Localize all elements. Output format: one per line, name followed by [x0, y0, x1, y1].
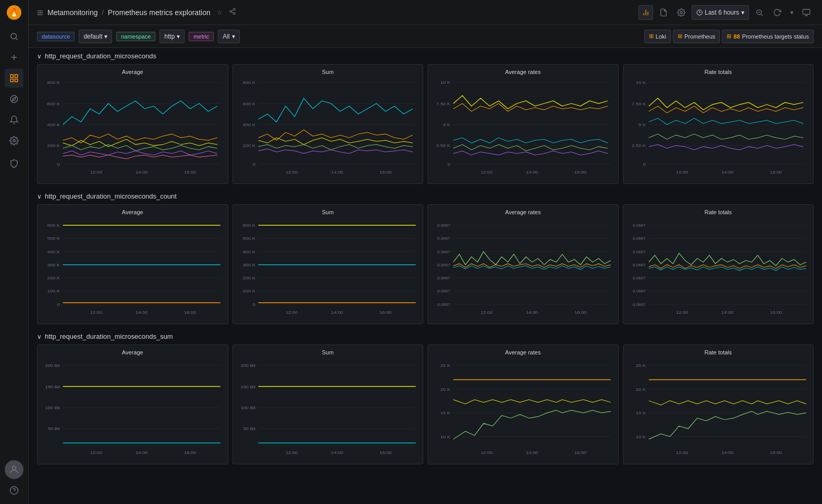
prometheus-targets-label: Prometheus targets status: [742, 33, 809, 40]
chart-svg-sum2: 600 K 500 K 400 K 300 K 200 K 100 K 0 12…: [237, 217, 419, 317]
svg-text:800 K: 800 K: [47, 80, 60, 85]
chart-svg-ratetotal1: 10 K 7.50 K 5 K 2.50 K 0 12:00 14:00 16:…: [628, 77, 809, 177]
svg-text:16:00: 16:00: [574, 170, 586, 175]
svg-text:25 K: 25 K: [440, 363, 450, 368]
svg-text:12:00: 12:00: [285, 450, 297, 455]
chart-title-avgrate2: Average rates: [432, 209, 614, 215]
chart-area-sum2: 600 K 500 K 400 K 300 K 200 K 100 K 0 12…: [237, 217, 419, 317]
chart-svg-avg3: 200 Bil 150 Bil 100 Bil 50 Bil 12:00 14:…: [42, 358, 224, 458]
svg-text:0: 0: [643, 162, 645, 166]
sidebar-item-help[interactable]: [5, 481, 23, 500]
chart-svg-ratetotal3: 25 K 20 K 15 K 10 K 12:00 14:00 16:00: [628, 358, 809, 458]
app-logo[interactable]: 🔥: [6, 4, 22, 21]
refresh-dropdown-btn[interactable]: ▾: [788, 5, 796, 20]
svg-text:15 K: 15 K: [635, 411, 645, 415]
sidebar: 🔥: [0, 0, 29, 504]
svg-point-13: [13, 466, 16, 470]
svg-rect-9: [15, 79, 18, 82]
sidebar-item-dashboards[interactable]: [5, 69, 23, 88]
chart-svg-avgrate2: 0.0667 0.0667 0.0667 0.0667 0.0667 0.066…: [432, 217, 614, 317]
chart-svg-avg2: 600 K 500 K 400 K 300 K 200 K 100 K 0 12…: [42, 217, 224, 317]
svg-text:12:00: 12:00: [90, 450, 102, 455]
tab-link-prometheus-targets[interactable]: ⊞ 88 Prometheus targets status: [722, 30, 814, 43]
tab-link-loki[interactable]: ⊞ Loki: [644, 30, 671, 43]
chart-panel-sum1: Sum 800 K 600 K 400 K 200 K 0: [232, 64, 424, 184]
chart-area-ratetotal1: 10 K 7.50 K 5 K 2.50 K 0 12:00 14:00 16:…: [628, 77, 809, 177]
sidebar-avatar[interactable]: [5, 460, 23, 479]
svg-text:150 Bil: 150 Bil: [45, 384, 59, 389]
svg-text:14:00: 14:00: [136, 450, 148, 455]
svg-point-24: [680, 11, 682, 14]
sidebar-item-search[interactable]: [5, 27, 23, 46]
metric-dropdown[interactable]: All ▾: [218, 30, 239, 43]
svg-text:0.0667: 0.0667: [633, 289, 646, 293]
section-header-1[interactable]: ∨ http_request_duration_microseconds: [37, 52, 814, 60]
bar-chart-icon-btn[interactable]: [639, 5, 653, 20]
chart-area-avgrate2: 0.0667 0.0667 0.0667 0.0667 0.0667 0.066…: [432, 217, 614, 317]
svg-text:14:00: 14:00: [331, 450, 343, 455]
zoom-out-btn[interactable]: [752, 5, 767, 20]
svg-text:16:00: 16:00: [184, 310, 196, 315]
svg-text:16:00: 16:00: [574, 310, 586, 315]
sidebar-item-explore[interactable]: [5, 90, 23, 108]
svg-text:800 K: 800 K: [242, 80, 255, 85]
svg-text:🔥: 🔥: [9, 7, 19, 17]
svg-text:14:00: 14:00: [136, 310, 148, 315]
chart-panel-ratetotal2: Rate totals 0.0667 0.0667 0.0: [623, 204, 814, 324]
svg-text:16:00: 16:00: [379, 170, 391, 175]
metric-label: metric: [189, 32, 214, 41]
svg-text:2.50 K: 2.50 K: [632, 143, 646, 148]
docs-icon-btn[interactable]: [656, 5, 671, 20]
metric-value: All: [223, 33, 229, 40]
svg-text:14:00: 14:00: [331, 170, 343, 175]
svg-text:16:00: 16:00: [574, 450, 586, 455]
section-header-2[interactable]: ∨ http_request_duration_microseconds_cou…: [37, 192, 814, 200]
chart-panel-sum3: Sum 200 Bil 150 Bil 100 Bil 50 Bil: [232, 345, 424, 464]
chart-area-sum1: 800 K 600 K 400 K 200 K 0 12:00 14:00 16…: [237, 77, 419, 177]
svg-rect-29: [803, 9, 809, 14]
svg-text:12:00: 12:00: [676, 310, 688, 315]
section-header-3[interactable]: ∨ http_request_duration_microseconds_sum: [37, 333, 814, 340]
settings-icon-btn[interactable]: [674, 5, 689, 20]
svg-text:12:00: 12:00: [285, 310, 297, 315]
svg-text:14:00: 14:00: [136, 170, 148, 175]
svg-text:200 K: 200 K: [47, 276, 60, 280]
sidebar-item-add[interactable]: [5, 48, 23, 67]
tv-mode-btn[interactable]: [799, 5, 814, 20]
sidebar-item-shield[interactable]: [5, 154, 23, 173]
svg-text:16:00: 16:00: [184, 170, 196, 175]
svg-text:5 K: 5 K: [443, 122, 450, 127]
chart-svg-avg1: .grid-line{stroke:#2c2e33;stroke-width:0…: [42, 77, 224, 177]
star-icon[interactable]: ☆: [217, 9, 223, 16]
svg-text:400 K: 400 K: [242, 122, 255, 127]
svg-text:600 K: 600 K: [242, 101, 255, 106]
section-title-3: http_request_duration_microseconds_sum: [45, 333, 173, 340]
section-http-request-duration: ∨ http_request_duration_microseconds Ave…: [37, 52, 814, 184]
chart-title-avg2: Average: [42, 209, 224, 215]
namespace-dropdown[interactable]: http ▾: [160, 30, 185, 43]
svg-text:200 Bil: 200 Bil: [45, 363, 59, 368]
sidebar-item-settings[interactable]: [5, 131, 23, 150]
svg-text:10 K: 10 K: [440, 434, 450, 439]
svg-text:10 K: 10 K: [440, 80, 450, 85]
breadcrumb-part1[interactable]: Metamonitoring: [47, 8, 98, 17]
svg-point-17: [229, 10, 231, 13]
chart-panel-avgrate1: Average rates 10 K 7.50 K 5 K 2.50 K: [427, 64, 619, 184]
chart-title-sum3: Sum: [237, 349, 419, 355]
loki-icon: ⊞: [649, 33, 654, 40]
breadcrumb-part2[interactable]: Prometheus metrics exploration: [108, 8, 211, 17]
svg-point-18: [233, 13, 235, 15]
time-range-picker[interactable]: Last 6 hours ▾: [692, 5, 749, 20]
datasource-dropdown[interactable]: default ▾: [79, 30, 112, 43]
sidebar-item-alerts[interactable]: [5, 110, 23, 129]
refresh-btn[interactable]: [770, 5, 784, 20]
svg-text:20 K: 20 K: [440, 387, 450, 391]
share-icon[interactable]: [229, 8, 236, 17]
tab-link-prometheus[interactable]: ⊞ Prometheus: [673, 30, 720, 43]
svg-text:0.0667: 0.0667: [437, 224, 450, 228]
main-content: ⊞ Metamonitoring / Prometheus metrics ex…: [29, 0, 822, 504]
chart-svg-ratetotal2: 0.0667 0.0667 0.0667 0.0667 0.0667 0.066…: [628, 217, 809, 317]
svg-text:100 Bil: 100 Bil: [45, 405, 59, 410]
datasource-label: datasource: [37, 32, 75, 41]
svg-text:500 K: 500 K: [242, 236, 255, 241]
